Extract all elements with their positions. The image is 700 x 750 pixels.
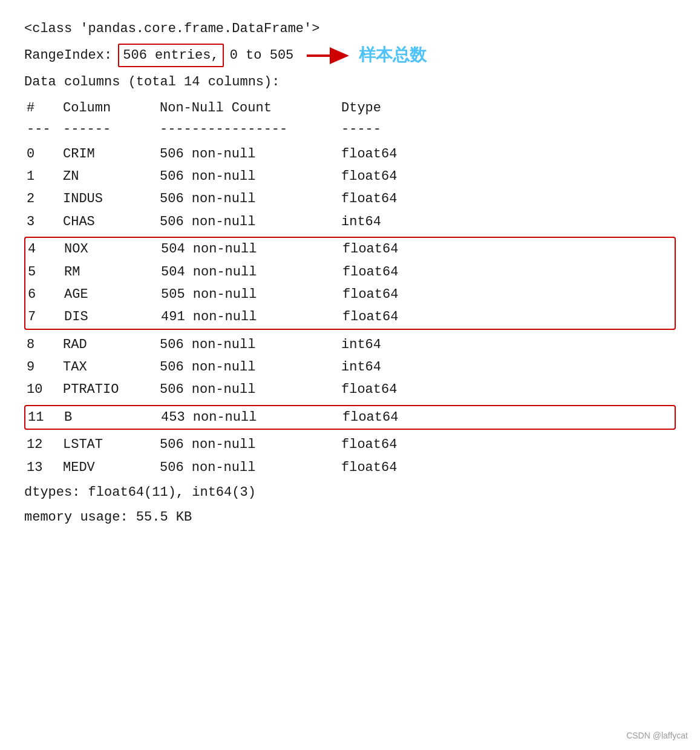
row-dtype: float64 <box>341 378 438 401</box>
table-row: 4NOX504 non-nullfloat64 <box>25 238 675 260</box>
row-nonnull-count: 491 non-null <box>161 306 342 328</box>
row-column-name: ZN <box>63 165 160 188</box>
table-header: # Column Non-Null Count Dtype <box>24 97 676 119</box>
table-row: 3CHAS506 non-nullint64 <box>24 211 676 233</box>
row-num: 12 <box>27 433 63 456</box>
col-header-num: # <box>27 97 63 119</box>
footer-dtypes: dtypes: float64(11), int64(3) <box>24 481 676 504</box>
row-nonnull-count: 506 non-null <box>160 143 341 165</box>
row-nonnull-count: 506 non-null <box>160 456 341 479</box>
range-index-suffix: 0 to 505 <box>230 45 294 66</box>
row-num: 2 <box>27 188 63 210</box>
row-column-name: INDUS <box>63 188 160 210</box>
table-row: 0CRIM506 non-nullfloat64 <box>24 143 676 165</box>
row-dtype: int64 <box>341 211 438 233</box>
row-nonnull-count: 453 non-null <box>161 406 342 429</box>
row-dtype: float64 <box>341 456 438 479</box>
row-num: 9 <box>27 356 63 378</box>
table-row: 2INDUS506 non-nullfloat64 <box>24 188 676 210</box>
row-column-name: TAX <box>63 356 160 378</box>
table-row: 6AGE505 non-nullfloat64 <box>25 283 675 306</box>
row-num: 1 <box>27 165 63 188</box>
row-dtype: float64 <box>342 283 439 306</box>
row-num: 8 <box>27 334 63 356</box>
row-column-name: LSTAT <box>63 433 160 456</box>
row-dtype: float64 <box>342 406 439 429</box>
table-row: 13MEDV506 non-nullfloat64 <box>24 456 676 479</box>
col-header-column: Column <box>63 97 160 119</box>
row-dtype: int64 <box>341 334 438 356</box>
row-num: 3 <box>27 211 63 233</box>
arrow-annotation: 样本总数 <box>306 42 427 69</box>
col-header-dtype: Dtype <box>341 97 438 119</box>
table-row: 12LSTAT506 non-nullfloat64 <box>24 433 676 456</box>
row-column-name: MEDV <box>63 456 160 479</box>
row-num: 4 <box>28 238 64 260</box>
row-num: 13 <box>27 456 63 479</box>
row-nonnull-count: 505 non-null <box>161 283 342 306</box>
table-row: 8RAD506 non-nullint64 <box>24 334 676 356</box>
row-dtype: float64 <box>341 433 438 456</box>
rows-container: 0CRIM506 non-nullfloat641ZN506 non-nullf… <box>24 143 676 479</box>
row-column-name: NOX <box>64 238 161 260</box>
range-index-line: RangeIndex: 506 entries, 0 to 505 样本总数 <box>24 42 676 69</box>
row-nonnull-count: 506 non-null <box>160 188 341 210</box>
csdn-watermark: CSDN @laffycat <box>626 731 688 740</box>
annotation-text: 样本总数 <box>359 42 427 69</box>
row-num: 7 <box>28 306 64 328</box>
table-row: 10PTRATIO506 non-nullfloat64 <box>24 378 676 401</box>
col-header-nonnull: Non-Null Count <box>160 97 341 119</box>
row-nonnull-count: 506 non-null <box>160 433 341 456</box>
row-column-name: AGE <box>64 283 161 306</box>
row-num: 10 <box>27 378 63 401</box>
arrow-icon <box>306 45 354 67</box>
row-num: 0 <box>27 143 63 165</box>
row-column-name: DIS <box>64 306 161 328</box>
row-nonnull-count: 506 non-null <box>160 211 341 233</box>
footer-memory: memory usage: 55.5 KB <box>24 506 676 528</box>
row-column-name: PTRATIO <box>63 378 160 401</box>
row-dtype: float64 <box>342 261 439 283</box>
row-nonnull-count: 506 non-null <box>160 378 341 401</box>
row-column-name: CRIM <box>63 143 160 165</box>
row-column-name: RAD <box>63 334 160 356</box>
row-nonnull-count: 506 non-null <box>160 165 341 188</box>
row-dtype: float64 <box>342 306 439 328</box>
highlighted-group: 4NOX504 non-nullfloat645RM504 non-nullfl… <box>24 237 676 330</box>
table-divider: ------------------------------ <box>24 119 676 140</box>
range-index-prefix: RangeIndex: <box>24 45 112 66</box>
range-index-box: 506 entries, <box>118 44 223 67</box>
row-num: 6 <box>28 283 64 306</box>
row-num: 11 <box>28 406 64 429</box>
row-column-name: B <box>64 406 161 429</box>
row-nonnull-count: 504 non-null <box>161 261 342 283</box>
row-dtype: int64 <box>341 356 438 378</box>
table-row: 5RM504 non-nullfloat64 <box>25 261 675 283</box>
row-nonnull-count: 506 non-null <box>160 334 341 356</box>
row-num: 5 <box>28 261 64 283</box>
table-row: 7DIS491 non-nullfloat64 <box>25 306 675 328</box>
table-container: # Column Non-Null Count Dtype ----------… <box>24 97 676 479</box>
row-column-name: RM <box>64 261 161 283</box>
row-dtype: float64 <box>341 165 438 188</box>
table-row: 1ZN506 non-nullfloat64 <box>24 165 676 188</box>
table-row: 9TAX506 non-nullint64 <box>24 356 676 378</box>
row-nonnull-count: 504 non-null <box>161 238 342 260</box>
row-dtype: float64 <box>342 238 439 260</box>
highlighted-single: 11B453 non-nullfloat64 <box>24 405 676 430</box>
data-columns-line: Data columns (total 14 columns): <box>24 71 676 93</box>
class-line: <class 'pandas.core.frame.DataFrame'> <box>24 18 676 39</box>
table-row: 11B453 non-nullfloat64 <box>25 406 675 429</box>
row-nonnull-count: 506 non-null <box>160 356 341 378</box>
row-dtype: float64 <box>341 143 438 165</box>
row-dtype: float64 <box>341 188 438 210</box>
row-column-name: CHAS <box>63 211 160 233</box>
